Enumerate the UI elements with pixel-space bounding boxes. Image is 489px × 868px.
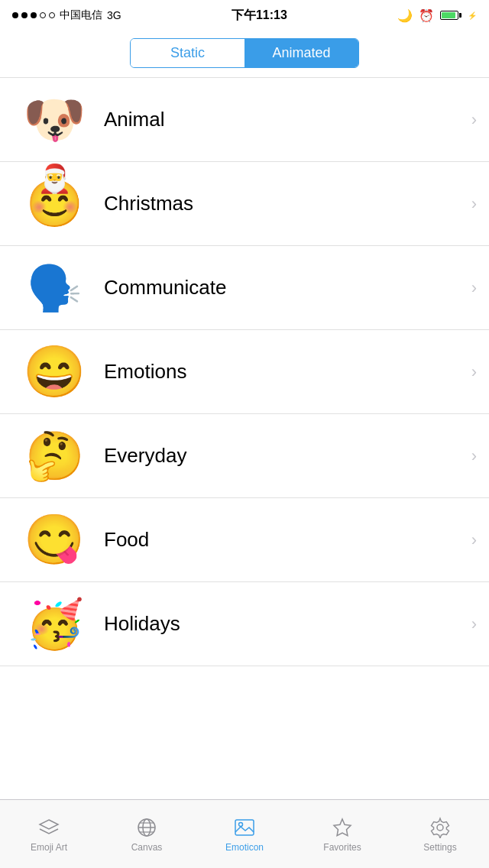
tab-emoticon-label: Emoticon: [225, 842, 264, 853]
chevron-icon: ›: [471, 530, 477, 550]
dot-2: [21, 12, 28, 18]
layers-icon: [37, 816, 60, 839]
globe-icon: [135, 816, 158, 839]
list-item[interactable]: 🐶 Animal ›: [0, 78, 489, 162]
food-icon: 😋: [12, 506, 96, 575]
lightning-icon: ⚡: [468, 11, 477, 20]
dot-3: [31, 12, 37, 18]
static-tab[interactable]: Static: [131, 39, 244, 67]
svg-point-7: [239, 822, 243, 826]
tab-bar: Emoji Art Canvas Emoticon: [0, 799, 489, 868]
alarm-icon: ⏰: [419, 8, 434, 23]
dot-4: [40, 12, 46, 18]
chevron-icon: ›: [471, 110, 477, 130]
list-item[interactable]: 😋 Food ›: [0, 498, 489, 582]
list-item[interactable]: 🤔 Everyday ›: [0, 414, 489, 498]
star-icon: [331, 816, 354, 839]
chevron-icon: ›: [471, 194, 477, 214]
moon-icon: 🌙: [397, 8, 413, 23]
gear-icon: [429, 816, 452, 839]
dot-5: [49, 12, 55, 18]
segmented-control: Static Animated: [130, 38, 359, 68]
svg-marker-8: [334, 819, 351, 836]
tab-settings[interactable]: Settings: [391, 800, 489, 868]
animated-tab[interactable]: Animated: [244, 39, 358, 67]
status-left: 中国电信 3G: [12, 8, 121, 22]
animal-icon: 🐶: [12, 86, 96, 154]
list-item[interactable]: 🗣️ Communicate ›: [0, 246, 489, 330]
communicate-icon: 🗣️: [12, 254, 96, 322]
christmas-label: Christmas: [96, 192, 465, 215]
everyday-label: Everyday: [96, 444, 465, 468]
list-item[interactable]: 😊 🎅 Christmas ›: [0, 162, 489, 246]
dot-1: [12, 12, 18, 18]
category-list: 🐶 Animal › 😊 🎅 Christmas › 🗣️ Communicat…: [0, 78, 489, 799]
tab-settings-label: Settings: [423, 842, 456, 853]
list-item[interactable]: 🥳 Holidays ›: [0, 582, 489, 666]
status-right: 🌙 ⏰ ⚡: [397, 8, 477, 23]
emotions-icon: 😄: [12, 338, 96, 406]
communicate-label: Communicate: [96, 276, 465, 300]
chevron-icon: ›: [471, 614, 477, 634]
svg-rect-6: [235, 820, 254, 835]
tab-canvas-label: Canvas: [131, 842, 163, 853]
holidays-label: Holidays: [96, 612, 465, 636]
svg-point-9: [437, 824, 443, 831]
holidays-icon: 🥳: [12, 590, 96, 659]
chevron-icon: ›: [471, 446, 477, 466]
christmas-icon: 😊 🎅: [12, 170, 96, 238]
network-text: 3G: [107, 9, 121, 21]
list-item[interactable]: 😄 Emotions ›: [0, 330, 489, 414]
segmented-control-wrapper: Static Animated: [0, 31, 489, 78]
animal-label: Animal: [96, 108, 465, 131]
tab-emoji-art-label: Emoji Art: [31, 842, 67, 853]
battery-icon: [440, 11, 461, 20]
tab-emoticon[interactable]: Emoticon: [196, 800, 293, 868]
status-bar: 中国电信 3G 下午11:13 🌙 ⏰ ⚡: [0, 0, 489, 31]
tab-canvas[interactable]: Canvas: [98, 800, 196, 868]
chevron-icon: ›: [471, 362, 477, 382]
tab-favorites[interactable]: Favorites: [293, 800, 391, 868]
food-label: Food: [96, 528, 465, 552]
carrier-text: 中国电信: [60, 8, 102, 22]
chevron-icon: ›: [471, 278, 477, 298]
status-time: 下午11:13: [232, 8, 287, 24]
svg-marker-0: [40, 820, 58, 829]
everyday-icon: 🤔: [12, 422, 96, 491]
tab-emoji-art[interactable]: Emoji Art: [0, 800, 98, 868]
image-icon: [233, 816, 256, 839]
emotions-label: Emotions: [96, 360, 465, 384]
tab-favorites-label: Favorites: [323, 842, 361, 853]
signal-dots: [12, 12, 55, 18]
